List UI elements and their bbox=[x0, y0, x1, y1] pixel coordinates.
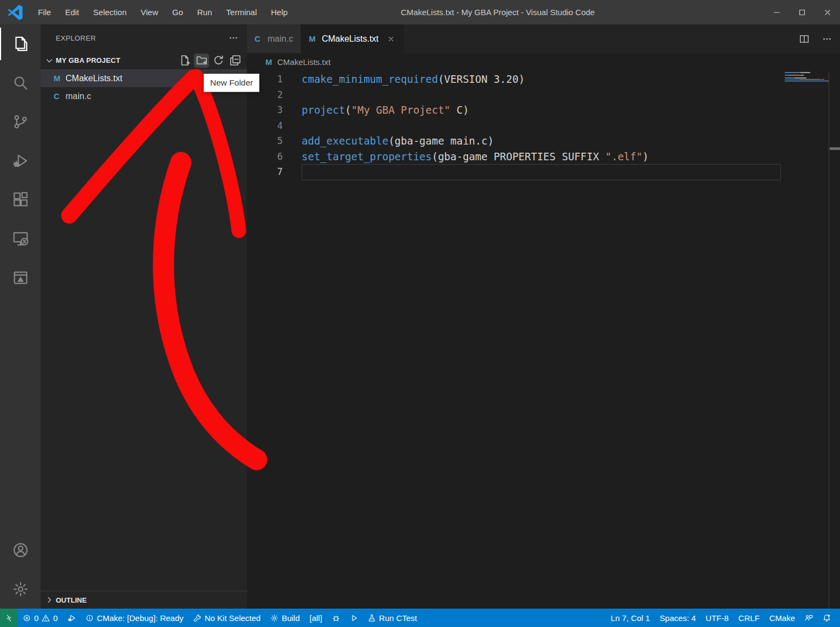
activity-account[interactable] bbox=[0, 531, 41, 570]
status-problems[interactable]: 00 bbox=[18, 609, 63, 627]
run-and-debug-icon bbox=[12, 153, 29, 169]
explorer-more-actions-button[interactable] bbox=[226, 32, 240, 44]
editor-more-actions-button[interactable] bbox=[819, 31, 835, 47]
menu-view[interactable]: View bbox=[134, 0, 165, 24]
refresh-explorer-icon bbox=[213, 55, 224, 66]
activity-extensions[interactable] bbox=[0, 180, 41, 219]
tab-label: CMakeLists.txt bbox=[322, 34, 379, 44]
menu-file[interactable]: File bbox=[31, 0, 58, 24]
status-encoding[interactable]: UTF-8 bbox=[701, 609, 734, 627]
search-icon bbox=[12, 75, 29, 91]
new-folder-button[interactable] bbox=[194, 54, 209, 68]
chevron-right-icon bbox=[45, 596, 54, 604]
project-section-header[interactable]: MY GBA PROJECT bbox=[41, 51, 247, 69]
status-cmake-build-target[interactable]: [all] bbox=[305, 609, 327, 627]
code-line-4[interactable] bbox=[302, 118, 780, 134]
split-editor-button[interactable] bbox=[797, 31, 812, 47]
menu-run[interactable]: Run bbox=[190, 0, 219, 24]
code-line-7[interactable] bbox=[302, 164, 780, 180]
status-cmake-launch-target[interactable] bbox=[345, 609, 363, 627]
token-string: ".elf" bbox=[605, 151, 643, 162]
file-name: CMakeLists.txt bbox=[66, 74, 122, 83]
menu-selection[interactable]: Selection bbox=[86, 0, 134, 24]
status-cmake-status[interactable]: CMake: [Debug]: Ready bbox=[81, 609, 188, 627]
refresh-explorer-button[interactable] bbox=[211, 54, 226, 68]
minimap-line bbox=[785, 80, 829, 82]
settings-icon bbox=[12, 581, 29, 597]
status-indentation[interactable]: Spaces: 4 bbox=[655, 609, 701, 627]
activity-cmake-tools[interactable] bbox=[0, 258, 41, 297]
tab-CMakeLists.txt[interactable]: MCMakeLists.txt bbox=[301, 24, 404, 53]
status-run-ctest[interactable]: Run CTest bbox=[363, 609, 422, 627]
code-line-6[interactable]: set_target_properties(gba-game PROPERTIE… bbox=[302, 149, 780, 165]
title-bar: FileEditSelectionViewGoRunTerminalHelp C… bbox=[0, 0, 840, 24]
status-cmake-build[interactable]: Build bbox=[265, 609, 304, 627]
status-label: [all] bbox=[310, 613, 322, 623]
activity-settings[interactable] bbox=[0, 570, 41, 609]
explorer-sidebar: EXPLORER MY GBA PROJECT MCMakeLists.txtC… bbox=[41, 24, 247, 609]
file-name: main.c bbox=[66, 92, 91, 101]
collapse-folders-icon bbox=[230, 55, 241, 66]
cmake-build-gear-icon bbox=[270, 614, 278, 622]
collapse-folders-button[interactable] bbox=[227, 54, 243, 68]
token-plain: (gba-game main.c) bbox=[388, 135, 493, 147]
token-plain: C) bbox=[451, 104, 469, 116]
window-title: CMakeLists.txt - My GBA Project - Visual… bbox=[401, 0, 595, 24]
new-file-button[interactable] bbox=[177, 54, 192, 68]
activity-bar bbox=[0, 24, 41, 609]
sidebar-title: EXPLORER bbox=[56, 34, 96, 42]
line-number: 7 bbox=[247, 164, 283, 180]
activity-explorer[interactable] bbox=[0, 24, 41, 63]
status-cursor-position[interactable]: Ln 7, Col 1 bbox=[606, 609, 655, 627]
breadcrumb-item: CMakeLists.txt bbox=[277, 57, 330, 67]
file-type-icon: M bbox=[54, 74, 66, 83]
code-line-2[interactable] bbox=[302, 87, 780, 103]
line-number: 3 bbox=[247, 102, 283, 118]
close-tab-button[interactable] bbox=[386, 34, 396, 44]
status-debug-status[interactable] bbox=[63, 609, 81, 627]
status-notifications[interactable] bbox=[818, 609, 836, 627]
scrollbar-marker[interactable] bbox=[830, 147, 840, 150]
status-end-of-line[interactable]: CRLF bbox=[733, 609, 764, 627]
close-icon bbox=[823, 8, 832, 17]
close-button[interactable] bbox=[815, 0, 840, 24]
minimap-current-line bbox=[785, 80, 829, 82]
tab-main.c[interactable]: Cmain.c bbox=[247, 24, 301, 53]
menu-go[interactable]: Go bbox=[165, 0, 190, 24]
status-cmake-kit[interactable]: No Kit Selected bbox=[188, 609, 265, 627]
source-control-icon bbox=[12, 114, 29, 130]
remote-explorer-icon bbox=[12, 231, 29, 247]
code-line-5[interactable]: add_executable(gba-game main.c) bbox=[302, 133, 780, 149]
activity-run-and-debug[interactable] bbox=[0, 141, 41, 180]
minimize-button[interactable] bbox=[764, 0, 789, 24]
menu-edit[interactable]: Edit bbox=[58, 0, 86, 24]
status-remote-indicator[interactable] bbox=[0, 609, 18, 627]
status-feedback[interactable] bbox=[800, 609, 818, 627]
token-plain: ) bbox=[642, 151, 648, 162]
line-number: 4 bbox=[247, 118, 283, 134]
outline-section-header[interactable]: OUTLINE bbox=[41, 591, 247, 609]
activity-source-control[interactable] bbox=[0, 102, 41, 141]
breadcrumb[interactable]: M CMakeLists.txt bbox=[247, 53, 840, 71]
code-editor[interactable]: 1234567 cmake_minimum_required(VERSION 3… bbox=[247, 71, 840, 609]
token-command: add_executable bbox=[302, 135, 388, 147]
activity-remote-explorer[interactable] bbox=[0, 219, 41, 258]
token-command: cmake_minimum_required bbox=[302, 73, 438, 85]
code-line-3[interactable]: project("My GBA Project" C) bbox=[302, 102, 780, 118]
run-ctest-beaker-icon bbox=[368, 614, 376, 622]
status-language-mode[interactable]: CMake bbox=[764, 609, 800, 627]
menu-terminal[interactable]: Terminal bbox=[219, 0, 264, 24]
activity-search[interactable] bbox=[0, 63, 41, 102]
code-line-1[interactable]: cmake_minimum_required(VERSION 3.20) bbox=[302, 71, 780, 87]
chevron-right-icon bbox=[45, 596, 54, 604]
account-icon bbox=[12, 542, 29, 558]
status-cmake-debug-target[interactable] bbox=[327, 609, 345, 627]
menu-help[interactable]: Help bbox=[264, 0, 295, 24]
minimap[interactable] bbox=[785, 72, 829, 82]
overview-ruler bbox=[829, 72, 840, 609]
status-label: No Kit Selected bbox=[205, 613, 261, 623]
token-command: project bbox=[302, 104, 345, 116]
maximize-button[interactable] bbox=[789, 0, 815, 24]
feedback-feedback-icon bbox=[805, 614, 813, 622]
close-icon bbox=[387, 35, 395, 43]
